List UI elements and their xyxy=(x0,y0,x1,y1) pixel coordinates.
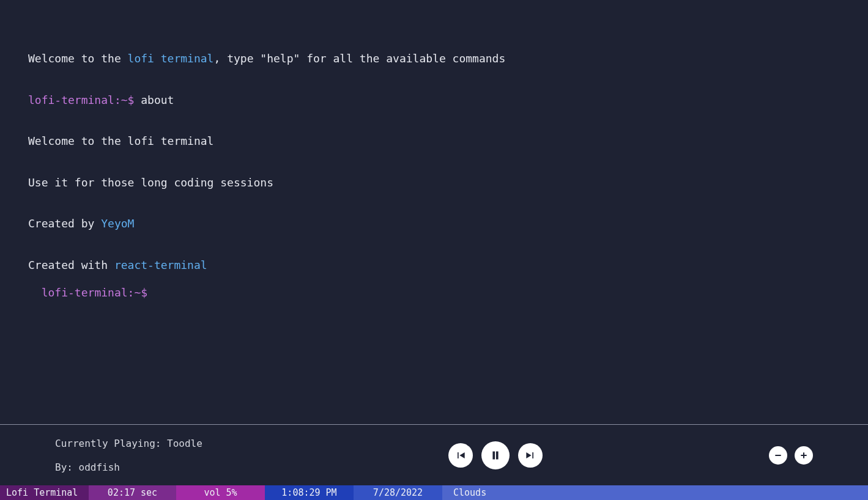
welcome-suffix: , type "help" for all the available comm… xyxy=(213,52,505,65)
prev-track-button[interactable] xyxy=(448,443,473,468)
created-with-label: Created with xyxy=(28,259,114,271)
now-playing-info: Currently Playing: Toodle By: oddfish xyxy=(55,438,239,473)
about-output-line-4: Created with react-terminal xyxy=(28,259,840,273)
react-terminal-link[interactable]: react-terminal xyxy=(114,259,207,271)
track-title: Toodle xyxy=(167,438,202,449)
skip-back-icon xyxy=(454,449,467,461)
status-bar: Lofi Terminal 02:17 sec vol 5% 1:08:29 P… xyxy=(0,485,868,500)
volume-controls xyxy=(752,446,813,465)
status-elapsed: 02:17 sec xyxy=(89,485,176,500)
next-track-button[interactable] xyxy=(518,443,543,468)
minus-icon xyxy=(773,450,783,460)
about-output-line-3: Created by YeyoM xyxy=(28,217,840,231)
prompt-label: lofi-terminal:~$ xyxy=(28,94,134,106)
prompt-label: lofi-terminal:~$ xyxy=(42,286,147,299)
lofi-terminal-link[interactable]: lofi terminal xyxy=(128,52,214,65)
volume-up-button[interactable] xyxy=(795,446,813,465)
now-playing-label: Currently Playing: xyxy=(55,438,167,449)
player-bar: Currently Playing: Toodle By: oddfish xyxy=(0,424,868,485)
prompt-line-1: lofi-terminal:~$ about xyxy=(28,94,840,108)
now-playing-row: Currently Playing: Toodle xyxy=(55,438,239,449)
status-clock: 1:08:29 PM xyxy=(265,485,354,500)
welcome-text: Welcome to the xyxy=(28,52,128,65)
status-date: 7/28/2022 xyxy=(354,485,442,500)
status-weather: Clouds xyxy=(442,485,868,500)
author-link[interactable]: YeyoM xyxy=(101,217,134,230)
artist-row: By: oddfish xyxy=(55,461,239,473)
svg-rect-0 xyxy=(775,455,781,456)
welcome-line: Welcome to the lofi terminal, type "help… xyxy=(28,52,840,66)
svg-rect-2 xyxy=(803,452,804,458)
artist-name: oddfish xyxy=(79,461,120,473)
entered-command: about xyxy=(141,94,174,106)
about-output-line-1: Welcome to the lofi terminal xyxy=(28,134,840,149)
prompt-line-current[interactable]: lofi-terminal:~$ xyxy=(42,286,154,299)
skip-forward-icon xyxy=(524,449,536,461)
terminal-output[interactable]: Welcome to the lofi terminal, type "help… xyxy=(0,0,868,424)
status-app-title: Lofi Terminal xyxy=(0,485,89,500)
pause-icon xyxy=(489,449,502,462)
playback-controls xyxy=(251,441,740,469)
about-output-line-2: Use it for those long coding sessions xyxy=(28,176,840,190)
plus-icon xyxy=(799,450,809,460)
pause-button[interactable] xyxy=(481,441,510,469)
status-volume: vol 5% xyxy=(176,485,265,500)
volume-down-button[interactable] xyxy=(769,446,787,465)
created-by-label: Created by xyxy=(28,217,101,230)
by-label: By: xyxy=(55,461,79,473)
